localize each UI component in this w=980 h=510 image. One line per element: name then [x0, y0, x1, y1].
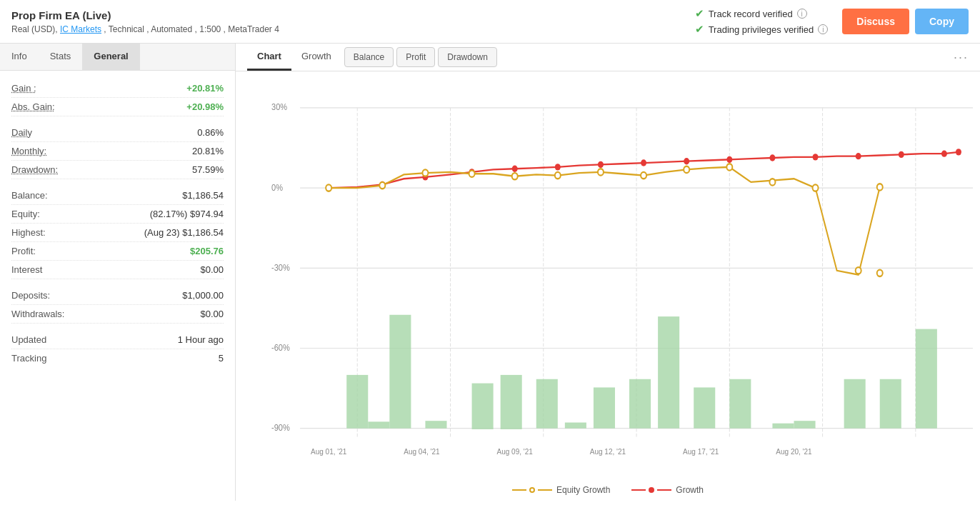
svg-rect-29 [536, 379, 558, 429]
svg-text:Aug 09, '21: Aug 09, '21 [497, 446, 533, 456]
svg-text:Aug 01, '21: Aug 01, '21 [311, 446, 346, 456]
daily-value: 0.86% [197, 127, 224, 138]
svg-text:Aug 04, '21: Aug 04, '21 [404, 446, 439, 456]
sidebar: Info Stats General Gain : +20.81% Abs. G… [0, 44, 236, 501]
profit-value: $205.76 [190, 246, 224, 256]
profit-label: Profit: [11, 246, 36, 256]
updated-row: Updated 1 Hour ago [11, 331, 224, 349]
header-subtitle: Real (USD), IC Markets , Technical , Aut… [11, 24, 681, 34]
verification-badges: ✔ Track record verified i ✔ Trading priv… [695, 7, 829, 36]
updated-value: 1 Hour ago [178, 334, 224, 345]
sidebar-tabs: Info Stats General [0, 44, 235, 71]
svg-point-53 [856, 153, 861, 159]
balance-label: Balance: [11, 190, 48, 201]
chart-tab-balance[interactable]: Balance [344, 47, 394, 67]
gain-label: Gain : [11, 83, 36, 94]
svg-point-70 [877, 270, 883, 276]
main-content: Info Stats General Gain : +20.81% Abs. G… [0, 44, 980, 501]
svg-text:Aug 17, '21: Aug 17, '21 [683, 446, 719, 456]
svg-rect-37 [794, 421, 815, 429]
interest-value: $0.00 [200, 264, 224, 275]
ic-markets-link[interactable]: IC Markets [60, 24, 101, 34]
gain-value: +20.81% [186, 83, 224, 94]
withdrawals-value: $0.00 [200, 309, 224, 319]
discuss-button[interactable]: Discuss [842, 9, 909, 34]
info-icon-2[interactable]: i [818, 24, 828, 34]
deposits-value: $1,000.00 [182, 290, 224, 301]
verified-text-1: Track record verified [709, 9, 793, 19]
svg-text:-90%: -90% [271, 422, 290, 433]
svg-point-51 [769, 154, 775, 161]
svg-rect-25 [389, 315, 411, 429]
deposits-row: Deposits: $1,000.00 [11, 286, 224, 305]
svg-rect-40 [916, 329, 937, 429]
abs-gain-value: +20.98% [186, 101, 224, 112]
tracking-value: 5 [219, 353, 224, 364]
drawdown-row: Drawdown: 57.59% [11, 161, 224, 179]
header-left: Prop Firm EA (Live) Real (USD), IC Marke… [11, 9, 681, 34]
tracking-label: Tracking [11, 353, 46, 364]
trading-privileges-verified: ✔ Trading privileges verified i [695, 23, 829, 36]
svg-point-56 [956, 149, 961, 155]
withdrawals-row: Withdrawals: $0.00 [11, 305, 224, 324]
drawdown-value: 57.59% [192, 164, 224, 175]
balance-row: Balance: $1,186.54 [11, 186, 224, 205]
balance-value: $1,186.54 [182, 190, 224, 201]
svg-rect-38 [844, 379, 866, 429]
chart-tab-profit[interactable]: Profit [396, 47, 435, 67]
legend-equity-growth: Equity Growth [512, 485, 610, 495]
svg-point-58 [379, 182, 385, 189]
svg-rect-27 [472, 384, 494, 429]
svg-text:0%: 0% [271, 182, 283, 193]
chart-more-icon[interactable]: ··· [954, 50, 969, 65]
tab-stats[interactable]: Stats [39, 44, 83, 70]
equity-label: Equity: [11, 209, 40, 219]
profit-row: Profit: $205.76 [11, 242, 224, 261]
monthly-row: Monthly: 20.81% [11, 142, 224, 161]
copy-button[interactable]: Copy [915, 9, 969, 34]
chart-tab-chart[interactable]: Chart [247, 44, 291, 71]
sidebar-content: Gain : +20.81% Abs. Gain: +20.98% Daily … [0, 71, 235, 501]
svg-point-67 [769, 179, 775, 185]
track-record-verified: ✔ Track record verified i [695, 7, 829, 20]
check-icon-2: ✔ [695, 23, 704, 36]
chart-tab-growth[interactable]: Growth [291, 44, 341, 71]
svg-rect-31 [594, 387, 615, 428]
svg-rect-28 [501, 375, 522, 429]
chart-legend: Equity Growth Growth [236, 479, 980, 501]
daily-label: Daily [11, 127, 32, 138]
legend-growth-label: Growth [676, 485, 704, 495]
svg-point-60 [469, 171, 475, 177]
svg-point-66 [726, 164, 732, 170]
abs-gain-row: Abs. Gain: +20.98% [11, 98, 224, 116]
svg-point-54 [899, 151, 904, 158]
chart-svg: 30% 0% -30% -60% -90% [271, 79, 973, 479]
svg-rect-33 [658, 316, 679, 429]
svg-point-57 [326, 184, 331, 191]
svg-point-71 [877, 184, 883, 190]
header: Prop Firm EA (Live) Real (USD), IC Marke… [0, 0, 980, 44]
check-icon-1: ✔ [695, 7, 704, 20]
chart-tab-drawdown[interactable]: Drawdown [438, 47, 497, 67]
svg-rect-36 [772, 424, 794, 429]
tab-general[interactable]: General [82, 44, 139, 70]
svg-point-64 [641, 172, 646, 179]
chart-container: 30% 0% -30% -60% -90% [236, 71, 980, 479]
svg-rect-35 [729, 379, 751, 429]
drawdown-label: Drawdown: [11, 164, 58, 175]
svg-point-47 [598, 161, 604, 168]
info-icon-1[interactable]: i [797, 9, 807, 19]
tab-info[interactable]: Info [0, 44, 39, 70]
svg-rect-26 [425, 421, 446, 429]
monthly-label: Monthly: [11, 146, 46, 156]
svg-text:-30%: -30% [271, 262, 290, 273]
svg-text:-60%: -60% [271, 342, 290, 353]
svg-text:30%: 30% [271, 102, 287, 113]
svg-rect-32 [629, 379, 651, 429]
svg-point-49 [684, 158, 689, 164]
svg-point-68 [813, 184, 819, 191]
svg-rect-34 [694, 387, 715, 428]
highest-value: (Aug 23) $1,186.54 [144, 227, 224, 238]
withdrawals-label: Withdrawals: [11, 309, 64, 319]
highest-row: Highest: (Aug 23) $1,186.54 [11, 224, 224, 242]
